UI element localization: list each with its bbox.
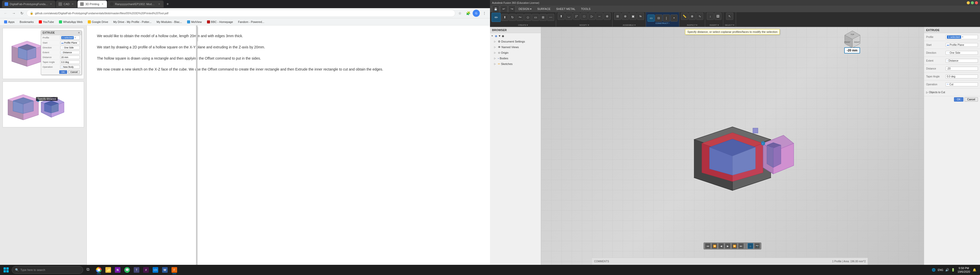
viewport-play-back[interactable]: ◀ xyxy=(718,243,724,249)
bookmark-mymodules[interactable]: My Modules - Blac... xyxy=(155,19,184,25)
extrude-profile-x[interactable]: ✕ xyxy=(74,36,76,39)
minimize-button[interactable] xyxy=(967,1,970,4)
create-sweep-icon[interactable]: 〜 xyxy=(517,14,524,21)
construct-point-icon[interactable]: • xyxy=(670,14,678,22)
back-button[interactable]: ← xyxy=(2,9,9,17)
tab-close-digitalfab[interactable]: ✕ xyxy=(49,2,53,6)
create-revolve-icon[interactable]: ↻ xyxy=(509,14,516,21)
bookmark-youtube[interactable]: YouTube xyxy=(37,19,56,25)
modify-scale-icon[interactable]: ↔ xyxy=(596,13,603,20)
taskbar-chrome[interactable] xyxy=(94,266,103,275)
close-button[interactable] xyxy=(975,1,978,4)
construct-midplane-icon[interactable]: ⊟ xyxy=(655,14,662,22)
taskbar-word[interactable]: W xyxy=(160,266,169,275)
url-bar[interactable]: 🔒 github.com/akeatz/DigitalFab-Prototypi… xyxy=(27,9,455,17)
assemble-joint-icon[interactable]: ⊕ xyxy=(622,13,629,20)
extrude-profile-value[interactable]: 1 selected ✕ xyxy=(60,36,80,40)
assemble-fx-icon[interactable]: fx xyxy=(637,13,644,20)
construct-axis-icon[interactable]: | xyxy=(663,14,670,22)
bookmark-googledrive[interactable]: Google Drive xyxy=(86,19,110,25)
new-tab-button[interactable]: + xyxy=(164,0,171,8)
rp-cancel-button[interactable]: Cancel xyxy=(964,97,978,101)
network-icon[interactable]: 🌐 xyxy=(931,268,936,272)
toolbar-save-icon[interactable]: 💾 xyxy=(492,5,499,13)
tab-github[interactable]: Ranyyyyychanl/EP1002: Module V... ✕ xyxy=(107,0,164,8)
extrude-cancel-button[interactable]: Cancel xyxy=(68,70,80,74)
taskbar-whatsapp[interactable]: 💬 xyxy=(123,266,132,275)
extrude-ok-button[interactable]: OK xyxy=(59,70,67,74)
bookmark-bbc[interactable]: BBC - Homepage xyxy=(205,19,235,25)
extrude-taper-value[interactable]: 0.0 deg xyxy=(60,60,80,64)
bookmark-apps[interactable]: Apps xyxy=(2,19,17,25)
menu-item-surface[interactable]: SURFACE xyxy=(535,7,553,11)
create-rib-icon[interactable]: ▭ xyxy=(532,14,539,21)
create-sketch-icon[interactable]: ✏ xyxy=(492,13,501,22)
forward-button[interactable]: → xyxy=(10,9,18,17)
taskbar-slack[interactable]: # xyxy=(142,266,151,275)
bookmark-fandom[interactable]: Fandom - Powered... xyxy=(236,19,266,25)
rp-taper-value[interactable]: 0.0 deg xyxy=(945,74,978,78)
modify-press-pull-icon[interactable]: ⬆ xyxy=(558,13,565,20)
taskbar-clock[interactable]: 9:58 PM 19/6/2020 xyxy=(958,266,970,274)
toolbar-undo-icon[interactable]: ↩ xyxy=(500,5,508,13)
inspect-measure-icon[interactable]: 📏 xyxy=(681,13,688,20)
reload-button[interactable]: ↻ xyxy=(18,9,25,17)
assemble-rigid-group-icon[interactable]: ▣ xyxy=(629,13,636,20)
maximize-button[interactable] xyxy=(971,1,974,4)
rp-start-value[interactable]: ▬ Profile Plane xyxy=(945,43,978,47)
scrollbar-thumb[interactable] xyxy=(196,27,198,42)
tab-3dprinting[interactable]: 3D Printing ✕ xyxy=(78,0,107,8)
viewport-play-start[interactable]: ⏮ xyxy=(705,243,711,249)
battery-icon[interactable]: 🔋 xyxy=(951,268,956,272)
create-loft-icon[interactable]: ◇ xyxy=(524,14,531,21)
tab-close-cad[interactable]: ✕ xyxy=(71,2,75,6)
browser-item-root[interactable]: ▼ ◉ ▼ ◉ xyxy=(490,33,541,39)
start-button[interactable] xyxy=(1,266,11,275)
create-web-icon[interactable]: ⊞ xyxy=(539,14,547,21)
extensions-button[interactable]: 🧩 xyxy=(465,9,472,17)
create-more-icon[interactable]: ⋯ xyxy=(547,14,554,21)
viewport-play-end[interactable]: ⏭ xyxy=(738,243,744,249)
bookmark-bookmarks[interactable]: Bookmarks xyxy=(18,19,36,25)
bookmark-mydrive[interactable]: My Drive - My Profile - Potter... xyxy=(111,19,154,25)
lang-indicator[interactable]: ENG xyxy=(937,268,944,272)
rp-ok-button[interactable]: OK xyxy=(954,97,963,101)
select-icon[interactable]: ↖ xyxy=(726,13,733,20)
extrude-distance-value[interactable]: 20 mm xyxy=(60,55,80,59)
rp-profile-value[interactable]: 1 selected ✕ xyxy=(945,35,978,39)
menu-item-tools[interactable]: TOOLS xyxy=(579,7,593,11)
taskbar-teams[interactable]: T xyxy=(132,266,141,275)
menu-button[interactable]: ⋮ xyxy=(481,9,488,17)
viewport-play-next[interactable]: ⏩ xyxy=(732,243,737,249)
assemble-new-component-icon[interactable]: ⊞ xyxy=(614,13,621,20)
viewport-play-prev[interactable]: ⏪ xyxy=(712,243,718,249)
viewport-play-fwd[interactable]: ▶ xyxy=(725,243,731,249)
menu-item-design[interactable]: DESIGN ▾ xyxy=(516,7,534,11)
taskbar-vscode[interactable]: </> xyxy=(151,266,160,275)
modify-combine-icon[interactable]: ⊕ xyxy=(604,13,611,20)
taskbar-file-explorer[interactable]: 📁 xyxy=(103,266,113,275)
rp-operation-value[interactable]: ✂ Cut xyxy=(945,82,978,86)
construct-offset-plane-icon[interactable]: ▭ xyxy=(648,14,655,22)
viewport-camera-mode[interactable]: 📷 xyxy=(754,243,760,249)
extrude-operation-value[interactable]: □ New Body xyxy=(60,65,80,69)
inspect-interference-icon[interactable]: ⊗ xyxy=(689,13,696,20)
modify-chamfer-icon[interactable]: ◸ xyxy=(573,13,580,20)
modify-draft-icon[interactable]: ▷ xyxy=(588,13,595,20)
rp-profile-x[interactable]: ✕ xyxy=(962,36,964,38)
bookmark-star-button[interactable]: ☆ xyxy=(456,9,463,17)
tab-digitalfab[interactable]: DigitalFab-PrototypingFunda... ✕ xyxy=(2,0,56,8)
modify-fillet-icon[interactable]: ◡ xyxy=(565,13,573,20)
menu-item-sheetmetal[interactable]: SHEET METAL xyxy=(554,7,578,11)
viewport-view-home[interactable]: ⌂ xyxy=(748,243,753,249)
bookmark-molview[interactable]: MolView xyxy=(185,19,204,25)
rp-extent-value[interactable]: ↕ Distance xyxy=(945,59,978,63)
toolbar-redo-icon[interactable]: ↪ xyxy=(508,5,515,13)
taskbar-taskview[interactable]: ⧉ xyxy=(85,266,94,275)
extrude-close-icon[interactable]: ✕ xyxy=(78,31,80,34)
browser-item-named-views[interactable]: ▷ 👁 Named Views xyxy=(490,44,541,50)
tab-close-github[interactable]: ✕ xyxy=(158,2,161,6)
modify-shell-icon[interactable]: □ xyxy=(581,13,588,20)
rp-distance-value[interactable]: -20 xyxy=(945,67,978,71)
bookmark-whatsapp[interactable]: WhatsApp Web xyxy=(57,19,84,25)
